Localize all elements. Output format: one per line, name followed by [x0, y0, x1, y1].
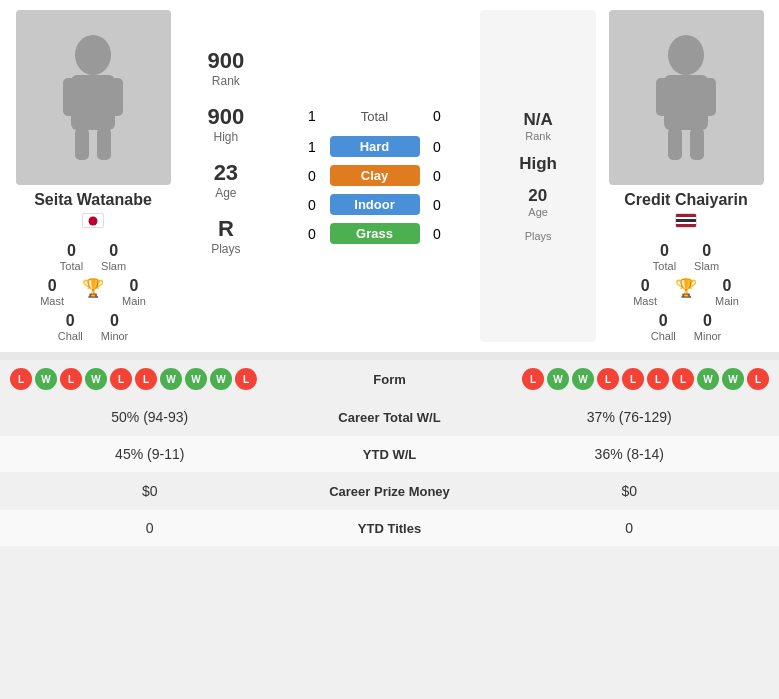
left-stats-row2: 0 Mast 🏆 0 Main [40, 277, 146, 307]
center-rank-block: 900 Rank [178, 40, 274, 96]
form-badge-right-L: L [597, 368, 619, 390]
center-col: 900 Rank 900 High 23 Age R Plays [178, 10, 274, 342]
form-badge-left-W: W [210, 368, 232, 390]
left-chall-label: Chall [58, 330, 83, 342]
surface-grass-right: 0 [420, 226, 455, 242]
right-age-block: 20 Age [528, 186, 548, 218]
form-label: Form [330, 372, 450, 387]
left-total-label: Total [60, 260, 83, 272]
stats-label-1: YTD W/L [290, 447, 490, 462]
center-plays-label: Plays [178, 242, 274, 256]
right-plays-block: Plays [525, 230, 552, 242]
left-trophy-cell: 🏆 [82, 277, 104, 307]
stats-left-1: 45% (9-11) [10, 446, 290, 462]
stats-label-0: Career Total W/L [290, 410, 490, 425]
right-mast-label: Mast [633, 295, 657, 307]
center-rank-label: Rank [178, 74, 274, 88]
svg-rect-1 [71, 75, 115, 130]
right-chall-label: Chall [651, 330, 676, 342]
svg-rect-7 [664, 75, 708, 130]
right-player-name: Credit Chaiyarin [624, 191, 748, 208]
left-player-flag [82, 213, 104, 228]
right-trophy-icon: 🏆 [675, 277, 697, 299]
left-slam-label: Slam [101, 260, 126, 272]
surface-indoor-right: 0 [420, 197, 455, 213]
form-badge-right-L: L [622, 368, 644, 390]
left-chall-value: 0 [66, 312, 75, 330]
left-total-cell: 0 Total [60, 242, 83, 272]
right-total-value: 0 [660, 242, 669, 260]
center-high-value: 900 [178, 104, 274, 130]
stats-right-3: 0 [490, 520, 770, 536]
left-player-header: Seita Watanabe [34, 185, 152, 232]
surface-clay-left: 0 [295, 168, 330, 184]
form-badge-left-W: W [160, 368, 182, 390]
surface-hard-right: 0 [420, 139, 455, 155]
page-container: Seita Watanabe 0 Total 0 Slam [0, 0, 779, 547]
stats-row-3: 0 YTD Titles 0 [0, 510, 779, 547]
stats-row-0: 50% (94-93) Career Total W/L 37% (76-129… [0, 399, 779, 436]
right-total-label: Total [653, 260, 676, 272]
right-player-silhouette [646, 33, 726, 163]
left-minor-label: Minor [101, 330, 129, 342]
surface-grass-row: 0 Grass 0 [279, 223, 471, 244]
right-player-flag [675, 213, 697, 228]
left-slam-value: 0 [109, 242, 118, 260]
surface-clay-right: 0 [420, 168, 455, 184]
right-chall-value: 0 [659, 312, 668, 330]
stats-left-2: $0 [10, 483, 290, 499]
stats-left-0: 50% (94-93) [10, 409, 290, 425]
left-slam-cell: 0 Slam [101, 242, 126, 272]
svg-rect-8 [656, 78, 668, 116]
left-main-label: Main [122, 295, 146, 307]
right-slam-value: 0 [702, 242, 711, 260]
section-divider [0, 352, 779, 360]
right-player-col: Credit Chaiyarin 0 Total 0 Slam [601, 10, 771, 342]
form-badge-left-W: W [85, 368, 107, 390]
form-badges-right: LWWLLLLWWL [450, 368, 770, 390]
form-badge-right-L: L [522, 368, 544, 390]
svg-rect-10 [668, 128, 682, 160]
right-minor-label: Minor [694, 330, 722, 342]
center-plays-value: R [178, 216, 274, 242]
surface-clay-badge: Clay [330, 165, 420, 186]
right-stats-row3: 0 Chall 0 Minor [651, 312, 722, 342]
form-badge-left-L: L [110, 368, 132, 390]
svg-rect-3 [111, 78, 123, 116]
form-badge-right-W: W [547, 368, 569, 390]
right-trophy-cell: 🏆 [675, 277, 697, 307]
right-chall-cell: 0 Chall [651, 312, 676, 342]
right-plays-label: Plays [525, 230, 552, 242]
left-total-value: 0 [67, 242, 76, 260]
stats-row-1: 45% (9-11) YTD W/L 36% (8-14) [0, 436, 779, 473]
right-rank-panel: N/A Rank High 20 Age Plays [480, 10, 596, 342]
right-minor-value: 0 [703, 312, 712, 330]
surface-total-left: 1 [295, 108, 330, 124]
right-age-value: 20 [528, 186, 548, 206]
stats-row-2: $0 Career Prize Money $0 [0, 473, 779, 510]
surface-indoor-badge: Indoor [330, 194, 420, 215]
left-player-silhouette [53, 33, 133, 163]
surface-total-row: 1 Total 0 [279, 108, 471, 124]
surface-hard-left: 1 [295, 139, 330, 155]
form-badges-left: LWLWLLWWWL [10, 368, 330, 390]
surface-grass-left: 0 [295, 226, 330, 242]
surface-hard-badge: Hard [330, 136, 420, 157]
left-minor-cell: 0 Minor [101, 312, 129, 342]
right-high-value: High [519, 154, 557, 174]
stats-label-3: YTD Titles [290, 521, 490, 536]
stats-label-2: Career Prize Money [290, 484, 490, 499]
form-badge-right-L: L [647, 368, 669, 390]
left-player-name: Seita Watanabe [34, 191, 152, 208]
right-mast-value: 0 [641, 277, 650, 295]
right-slam-cell: 0 Slam [694, 242, 719, 272]
right-rank-label: Rank [525, 130, 551, 142]
svg-rect-2 [63, 78, 75, 116]
stats-right-0: 37% (76-129) [490, 409, 770, 425]
right-slam-label: Slam [694, 260, 719, 272]
svg-rect-9 [704, 78, 716, 116]
form-badge-left-L: L [60, 368, 82, 390]
center-rank-value: 900 [178, 48, 274, 74]
form-badge-left-L: L [235, 368, 257, 390]
center-age-label: Age [178, 186, 274, 200]
